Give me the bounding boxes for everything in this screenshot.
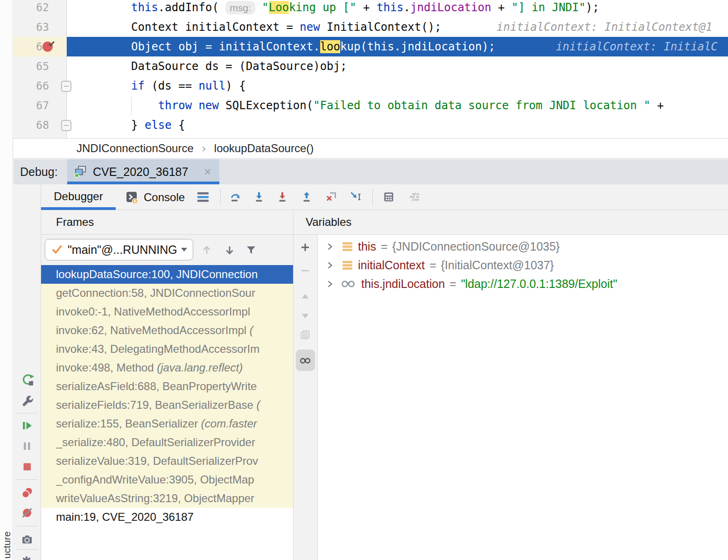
tab-debugger[interactable]: Debugger bbox=[41, 184, 116, 210]
step-out-icon[interactable] bbox=[301, 191, 313, 203]
gutter-line-number[interactable]: 62 bbox=[14, 0, 67, 17]
breadcrumb-separator-icon: › bbox=[202, 142, 206, 155]
code-line-65: 65 DataSource ds = (DataSource)obj; bbox=[14, 56, 728, 76]
fold-collapse-icon[interactable]: − bbox=[61, 81, 71, 92]
fold-collapse-end-icon[interactable]: − bbox=[61, 120, 71, 131]
stack-frame[interactable]: writeValueAsString:3219, ObjectMapper bbox=[41, 489, 293, 508]
variable-value: {InitialContext@1037} bbox=[441, 259, 554, 272]
code-text[interactable]: throw new SQLException("Failed to obtain… bbox=[67, 96, 728, 115]
thread-selector-dropdown[interactable]: "main"@...RUNNING bbox=[45, 239, 193, 260]
camera-icon[interactable] bbox=[21, 533, 33, 546]
gutter-line-number[interactable]: 68 bbox=[14, 115, 67, 135]
variable-name: this bbox=[358, 240, 376, 253]
code-text[interactable]: Context initialContext = new InitialCont… bbox=[67, 17, 728, 37]
view-breakpoints-icon[interactable] bbox=[21, 487, 33, 499]
code-text[interactable]: DataSource ds = (DataSource)obj; bbox=[67, 56, 728, 76]
frames-panel: "main"@...RUNNING lookupDataSource:100, … bbox=[41, 235, 293, 560]
gutter-line-number[interactable]: 65 bbox=[14, 56, 67, 76]
stack-frame[interactable]: main:19, CVE_2020_36187 bbox=[41, 508, 293, 526]
rerun-icon[interactable] bbox=[21, 373, 35, 387]
code-text[interactable]: } else { bbox=[67, 115, 728, 135]
variable-row[interactable]: this.jndiLocation="ldap://127.0.0.1:1389… bbox=[318, 274, 728, 293]
settings-gear-icon[interactable] bbox=[21, 556, 35, 560]
run-to-cursor-icon[interactable] bbox=[350, 191, 362, 203]
add-watch-icon[interactable] bbox=[299, 241, 311, 253]
expand-chevron-icon[interactable] bbox=[326, 243, 333, 251]
evaluate-expression-icon[interactable] bbox=[383, 191, 395, 203]
breadcrumb-method[interactable]: lookupDataSource() bbox=[214, 142, 314, 155]
expand-chevron-icon[interactable] bbox=[326, 261, 333, 269]
gutter-line-number[interactable]: 64 bbox=[14, 37, 67, 56]
ide-debugger-window: ucture 62 this.addInfo( msg: "Looking up… bbox=[0, 0, 728, 560]
remove-watch-icon[interactable] bbox=[299, 265, 311, 277]
inline-debugger-hint: initialContext: InitialContext@1 bbox=[497, 17, 712, 37]
tab-console[interactable]: Console bbox=[125, 184, 185, 210]
thread-name: "main"@...RUNNING bbox=[68, 243, 176, 257]
force-step-into-icon[interactable] bbox=[276, 191, 288, 203]
move-down-icon[interactable] bbox=[299, 310, 311, 322]
toolbar-separator bbox=[16, 526, 38, 526]
mute-breakpoints-icon[interactable] bbox=[21, 507, 33, 519]
gutter-line-number[interactable]: 63 bbox=[14, 17, 67, 37]
up-arrow-icon[interactable] bbox=[201, 244, 213, 256]
stop-icon[interactable] bbox=[21, 461, 33, 473]
stack-frame[interactable]: serializeFields:719, BeanSerializerBase … bbox=[41, 396, 293, 414]
variable-value: "ldap://127.0.0.1:1389/Exploit" bbox=[461, 277, 617, 291]
filter-funnel-icon[interactable] bbox=[245, 244, 257, 256]
debug-tab-bar: Debug: CVE_2020_36187 bbox=[14, 159, 728, 184]
gutter-line-number[interactable]: 66 bbox=[14, 76, 67, 96]
code-line-64: 64 Object obj = initialContext.lookup(th… bbox=[14, 37, 728, 56]
variable-name: this.jndiLocation bbox=[361, 277, 445, 291]
stack-frame[interactable]: _configAndWriteValue:3905, ObjectMap bbox=[41, 470, 293, 489]
down-arrow-icon[interactable] bbox=[224, 244, 236, 256]
debugger-toolbar: Debugger Console bbox=[41, 184, 728, 210]
resume-icon[interactable] bbox=[21, 420, 33, 432]
watch-icon bbox=[341, 279, 357, 289]
pause-icon[interactable] bbox=[21, 440, 33, 452]
code-text[interactable]: Object obj = initialContext.lookup(this.… bbox=[67, 37, 728, 56]
stack-frame[interactable]: invoke0:-1, NativeMethodAccessorImpl bbox=[41, 302, 293, 321]
move-up-icon[interactable] bbox=[299, 290, 311, 302]
debug-left-toolbar bbox=[14, 184, 41, 560]
stack-frame[interactable]: _serialize:480, DefaultSerializerProvide… bbox=[41, 433, 293, 452]
variable-name: initialContext bbox=[358, 259, 425, 272]
close-icon[interactable] bbox=[203, 167, 213, 177]
thread-check-icon bbox=[51, 244, 63, 256]
step-into-icon[interactable] bbox=[253, 191, 265, 203]
stack-frame[interactable]: serialize:155, BeanSerializer (com.faste… bbox=[41, 414, 293, 433]
stack-frame[interactable]: invoke:62, NativeMethodAccessorImpl ( bbox=[41, 321, 293, 340]
code-editor[interactable]: 62 this.addInfo( msg: "Looking up [" + t… bbox=[14, 0, 728, 138]
debug-run-config-icon bbox=[74, 165, 88, 179]
frames-list: lookupDataSource:100, JNDIConnectiongetC… bbox=[41, 265, 293, 526]
drop-frame-icon[interactable] bbox=[325, 191, 337, 203]
panel-headers: Frames Variables bbox=[41, 210, 728, 235]
duplicate-watch-icon[interactable] bbox=[299, 329, 311, 341]
layout-settings-icon[interactable] bbox=[196, 191, 210, 203]
wrench-icon[interactable] bbox=[21, 395, 33, 407]
gutter-line-number[interactable]: 67 bbox=[14, 96, 67, 115]
value-icon bbox=[343, 261, 352, 270]
stack-frame[interactable]: serializeAsField:688, BeanPropertyWrite bbox=[41, 377, 293, 396]
step-over-icon[interactable] bbox=[230, 191, 242, 203]
breakpoint-icon[interactable] bbox=[42, 39, 56, 53]
expand-chevron-icon[interactable] bbox=[326, 280, 333, 288]
frames-panel-header: Frames bbox=[56, 210, 94, 234]
structure-tool-window-button[interactable]: ucture bbox=[1, 532, 13, 559]
show-watches-icon[interactable] bbox=[299, 354, 311, 366]
variable-row[interactable]: this={JNDIConnectionSource@1035} bbox=[318, 237, 728, 256]
stack-frame[interactable]: invoke:43, DelegatingMethodAccessorIm bbox=[41, 340, 293, 358]
dropdown-caret-icon bbox=[181, 248, 187, 252]
code-text[interactable]: this.addInfo( msg: "Looking up [" + this… bbox=[67, 0, 728, 17]
debug-session-tab[interactable]: CVE_2020_36187 bbox=[67, 159, 219, 184]
stack-frame[interactable]: lookupDataSource:100, JNDIConnection bbox=[41, 265, 293, 284]
code-text[interactable]: if (ds == null) { bbox=[67, 76, 728, 96]
breadcrumb-class[interactable]: JNDIConnectionSource bbox=[77, 142, 194, 155]
indent-guide bbox=[131, 96, 132, 115]
code-line-66: 66 if (ds == null) { bbox=[14, 76, 728, 96]
variable-row[interactable]: initialContext={InitialContext@1037} bbox=[318, 256, 728, 274]
stack-frame[interactable]: getConnection:58, JNDIConnectionSour bbox=[41, 284, 293, 302]
debug-panel-label: Debug: bbox=[20, 159, 58, 184]
stack-frame[interactable]: serializeValue:319, DefaultSerializerPro… bbox=[41, 452, 293, 470]
mute-renderers-icon[interactable] bbox=[408, 191, 420, 203]
stack-frame[interactable]: invoke:498, Method (java.lang.reflect) bbox=[41, 358, 293, 377]
